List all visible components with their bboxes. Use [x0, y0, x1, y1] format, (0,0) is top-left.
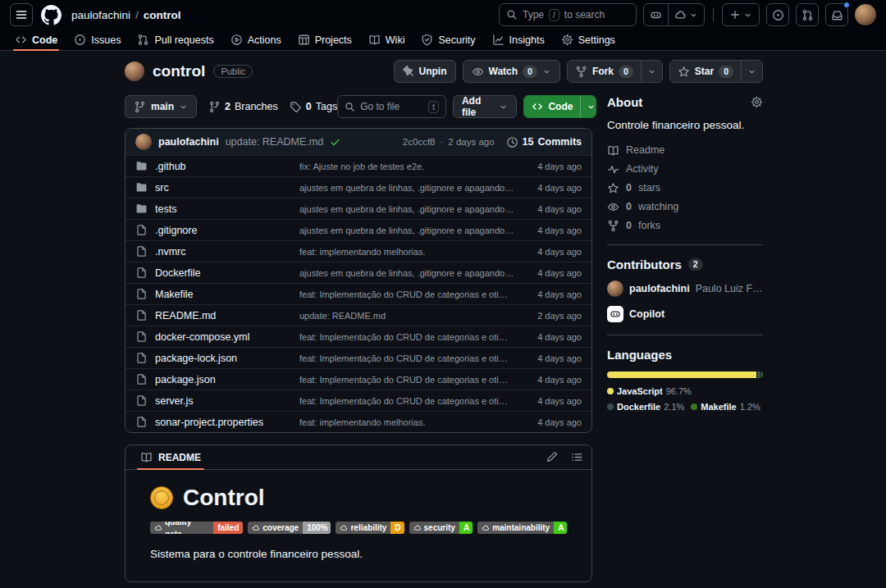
- go-to-file-input[interactable]: Go to file t: [337, 95, 446, 118]
- file-link[interactable]: Dockerfile: [155, 267, 201, 279]
- github-logo[interactable]: [41, 5, 62, 25]
- file-commit-message[interactable]: ajustes em quebra de linhas, .gitignore …: [299, 183, 523, 193]
- commit-message[interactable]: update: README.md: [226, 136, 324, 148]
- readme-heading-text: Control: [183, 485, 265, 511]
- contributors-title[interactable]: Contributors: [607, 258, 682, 271]
- commit-author[interactable]: paulofachini: [158, 136, 219, 148]
- tab-projects[interactable]: Projects: [290, 30, 360, 50]
- file-link[interactable]: .nvmrc: [155, 246, 186, 258]
- about-settings-button[interactable]: [751, 96, 763, 108]
- about-item-Readme[interactable]: Readme: [607, 144, 763, 157]
- about-item-label: stars: [638, 182, 660, 194]
- about-item-stars[interactable]: 0stars: [607, 182, 763, 194]
- file-commit-message[interactable]: feat: Implementação do CRUD de categoria…: [299, 289, 523, 299]
- user-avatar[interactable]: [855, 4, 876, 25]
- file-commit-message[interactable]: feat: Implementação do CRUD de categoria…: [299, 332, 523, 342]
- file-commit-message[interactable]: feat: Implementação do CRUD de categoria…: [299, 353, 523, 363]
- file-commit-message[interactable]: feat: implementando melhorias.: [299, 247, 523, 257]
- tab-wiki[interactable]: Wiki: [360, 30, 413, 50]
- about-item-Activity[interactable]: Activity: [607, 163, 763, 175]
- pull-requests-header-button[interactable]: [796, 3, 819, 26]
- contributor-row[interactable]: paulofachiniPaulo Luiz Fachini: [607, 280, 763, 297]
- outline-list-icon[interactable]: [571, 451, 583, 463]
- repo-owner-avatar[interactable]: [125, 62, 144, 81]
- file-link[interactable]: docker-compose.yml: [155, 331, 249, 343]
- file-row: testsajustes em quebra de linhas, .gitig…: [126, 198, 591, 219]
- language-item-dockerfile[interactable]: Dockerfile2.1%: [607, 402, 684, 412]
- tab-code[interactable]: Code: [7, 30, 66, 50]
- tab-label: Projects: [315, 34, 352, 46]
- badge-quality-gate[interactable]: quality gatefailed: [150, 522, 243, 534]
- language-bar-segment: [761, 371, 763, 378]
- badge-security[interactable]: securityA: [409, 522, 473, 534]
- fork-button[interactable]: Fork 0: [568, 61, 641, 82]
- commit-author-avatar[interactable]: [135, 134, 152, 150]
- branch-selector[interactable]: main: [125, 95, 197, 118]
- contributor-row[interactable]: Copilot: [607, 306, 763, 322]
- hamburger-icon: [15, 8, 28, 21]
- file-link[interactable]: package.json: [155, 374, 216, 385]
- file-commit-message[interactable]: fix: Ajuste no job de testes e2e.: [299, 162, 523, 171]
- folder-link[interactable]: .github: [155, 161, 186, 172]
- branches-link[interactable]: 2 Branches: [208, 101, 278, 113]
- readme-tab[interactable]: README: [134, 445, 208, 469]
- copilot-button[interactable]: [644, 4, 668, 25]
- folder-link[interactable]: src: [155, 182, 169, 194]
- file-link[interactable]: .gitignore: [155, 225, 197, 236]
- about-item-watching[interactable]: 0watching: [607, 201, 763, 213]
- watch-button[interactable]: Watch 0: [463, 60, 560, 83]
- code-button[interactable]: Code: [524, 96, 580, 117]
- commit-hash[interactable]: 2c0ccf8: [403, 137, 436, 147]
- add-file-button[interactable]: Add file: [453, 95, 517, 118]
- file-commit-message[interactable]: update: README.md: [299, 311, 523, 321]
- issues-header-button[interactable]: [766, 3, 789, 26]
- file-commit-message[interactable]: ajustes em quebra de linhas, .gitignore …: [299, 204, 523, 214]
- unpin-button[interactable]: Unpin: [394, 60, 456, 83]
- tab-settings[interactable]: Settings: [553, 30, 623, 50]
- tab-issues[interactable]: Issues: [66, 30, 129, 50]
- breadcrumb-owner[interactable]: paulofachini: [71, 9, 130, 21]
- file-link[interactable]: server.js: [155, 395, 194, 407]
- about-item-forks[interactable]: 0forks: [607, 220, 763, 232]
- language-item-javascript[interactable]: JavaScript96.7%: [607, 386, 692, 396]
- copilot-menu-button[interactable]: [668, 4, 704, 25]
- global-search-input[interactable]: Type / to search: [499, 3, 637, 26]
- create-new-button[interactable]: [722, 3, 760, 26]
- file-commit-message[interactable]: feat: Implementação do CRUD de categoria…: [299, 375, 523, 385]
- tags-link[interactable]: 0 Tags: [290, 101, 337, 113]
- badge-label: security: [409, 522, 459, 534]
- language-bar-segment: [607, 371, 756, 378]
- file-commit-message[interactable]: ajustes em quebra de linhas, .gitignore …: [299, 268, 523, 278]
- cloud-icon: [154, 524, 162, 532]
- tab-pull-requests[interactable]: Pull requests: [129, 30, 222, 50]
- badge-reliability[interactable]: reliabilityD: [336, 522, 404, 534]
- file-link[interactable]: Makefile: [155, 289, 194, 300]
- commit-history-link[interactable]: 15 Commits: [506, 136, 582, 148]
- repo-title[interactable]: control: [153, 62, 205, 80]
- tab-actions[interactable]: Actions: [222, 30, 290, 50]
- file-commit-message[interactable]: feat: Implementação do CRUD de categoria…: [299, 396, 523, 406]
- folder-link[interactable]: tests: [155, 203, 176, 215]
- notifications-button[interactable]: [825, 3, 848, 26]
- file-link[interactable]: sonar-project.properties: [155, 417, 263, 428]
- check-icon[interactable]: [330, 137, 340, 148]
- file-toolbar: main 2 Branches 0 Tags Go to file: [125, 95, 592, 118]
- edit-pencil-icon[interactable]: [546, 451, 558, 463]
- languages-bar: [607, 371, 763, 378]
- tab-security[interactable]: Security: [413, 30, 483, 50]
- fork-menu-button[interactable]: [641, 61, 662, 82]
- file-commit-message[interactable]: ajustes em quebra de linhas, .gitignore …: [299, 226, 523, 235]
- sidebar-divider: [607, 335, 763, 335]
- breadcrumb-repo[interactable]: control: [144, 9, 181, 21]
- file-link[interactable]: README.md: [155, 310, 216, 321]
- file-commit-message[interactable]: feat: implementando melhorias.: [299, 417, 523, 427]
- badge-maintainability[interactable]: maintainabilityA: [477, 522, 567, 534]
- hamburger-menu-button[interactable]: [10, 3, 33, 26]
- star-button[interactable]: Star 0: [670, 61, 741, 82]
- badge-coverage[interactable]: coverage100%: [248, 522, 331, 534]
- language-item-makefile[interactable]: Makefile1.2%: [691, 402, 760, 412]
- file-link[interactable]: package-lock.json: [155, 353, 237, 364]
- code-menu-button[interactable]: [580, 96, 596, 117]
- tab-insights[interactable]: Insights: [484, 30, 553, 50]
- star-menu-button[interactable]: [741, 61, 762, 82]
